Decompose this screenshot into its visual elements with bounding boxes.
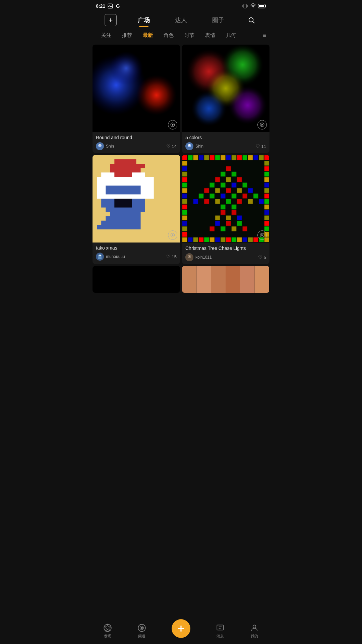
avatar-img-1 — [96, 142, 104, 150]
card-round-and-round[interactable]: Round and round Shin ♡ — [93, 45, 180, 153]
animate-badge-1 — [168, 120, 177, 129]
card-5-colors[interactable]: 5 colors Shin ♡ — [182, 45, 269, 153]
card-meta-1: Shin ♡ 14 — [96, 142, 177, 150]
top-nav: 广场 达人 圈子 — [90, 12, 272, 28]
card-author-2: Shin — [185, 142, 203, 150]
svg-point-12 — [249, 18, 253, 22]
card-title-1: Round and round — [96, 135, 177, 140]
filter-bar: 关注 推荐 最新 角色 时节 表情 几何 ≡ — [90, 28, 272, 43]
author-name-4: koln1011 — [195, 255, 212, 260]
svg-rect-9 — [265, 5, 266, 7]
card-author-3: munouuuu — [96, 253, 125, 261]
svg-rect-8 — [259, 5, 264, 7]
status-icons — [242, 3, 266, 9]
search-icon — [248, 16, 255, 24]
add-content-button[interactable] — [105, 14, 117, 26]
svg-rect-32 — [98, 257, 102, 259]
svg-point-26 — [189, 145, 189, 146]
google-icon: G — [115, 3, 122, 9]
card-likes-4: ♡ 5 — [258, 255, 266, 260]
animate-badge-3 — [168, 230, 177, 240]
heart-icon-4: ♡ — [258, 255, 262, 260]
card-image-4 — [182, 155, 269, 243]
card-title-4: Christmas Tree Chase Lights — [185, 245, 266, 251]
svg-point-27 — [190, 145, 190, 146]
like-count-1: 14 — [172, 144, 177, 149]
filter-shijie[interactable]: 时节 — [179, 31, 200, 40]
play-circle-icon-2 — [260, 122, 264, 127]
partial-image-left — [93, 266, 180, 293]
animate-badge-2 — [257, 120, 267, 129]
filter-biaoqing[interactable]: 表情 — [200, 31, 221, 40]
wifi-icon — [250, 3, 256, 9]
svg-rect-0 — [108, 4, 113, 8]
svg-point-40 — [188, 256, 189, 257]
svg-text:G: G — [116, 3, 120, 9]
author-name-2: Shin — [195, 144, 203, 149]
svg-line-13 — [253, 21, 254, 23]
svg-point-6 — [253, 7, 253, 8]
heart-icon-3: ♡ — [166, 254, 171, 259]
card-meta-2: Shin ♡ 11 — [185, 142, 266, 150]
content-grid: Round and round Shin ♡ — [90, 43, 272, 266]
avatar-shin-2 — [185, 142, 193, 150]
status-time: 6:21 G — [96, 3, 122, 9]
card-likes-3: ♡ 15 — [166, 254, 177, 259]
svg-marker-36 — [262, 234, 263, 236]
partial-card-right[interactable] — [182, 266, 269, 293]
tab-guangchang[interactable]: 广场 — [134, 13, 154, 27]
svg-point-33 — [99, 255, 100, 256]
heart-icon-2: ♡ — [256, 144, 260, 149]
vibrate-icon — [242, 3, 248, 9]
status-bar: 6:21 G — [90, 0, 272, 12]
card-image-2 — [182, 45, 269, 132]
card-author-4: koln1011 — [185, 253, 212, 261]
heart-icon-1: ♡ — [166, 144, 171, 149]
filter-jihe[interactable]: 几何 — [221, 31, 241, 40]
svg-point-20 — [100, 145, 101, 146]
card-info-1: Round and round Shin ♡ — [93, 132, 180, 153]
svg-marker-22 — [262, 124, 263, 126]
filter-juese[interactable]: 角色 — [158, 31, 179, 40]
filter-menu-button[interactable]: ≡ — [262, 32, 266, 39]
play-circle-icon-3 — [170, 233, 175, 237]
partial-image-right — [182, 266, 269, 293]
tab-quanzi[interactable]: 圈子 — [208, 13, 228, 27]
card-christmas-tree[interactable]: Christmas Tree Chase Lights koln1011 — [182, 155, 269, 264]
svg-point-41 — [190, 256, 190, 257]
card-likes-1: ♡ 14 — [166, 144, 177, 149]
card-tako-xmas[interactable]: tako xmas munouuuu ♡ — [93, 155, 180, 264]
filter-zuixin[interactable]: 最新 — [137, 31, 158, 40]
filter-tuijian[interactable]: 推荐 — [117, 31, 137, 40]
card-author-1: Shin — [96, 142, 114, 150]
partial-card-left[interactable] — [93, 266, 180, 293]
author-name-3: munouuuu — [106, 254, 125, 259]
svg-point-1 — [109, 5, 110, 5]
like-count-4: 5 — [264, 255, 266, 260]
avatar-img-4 — [185, 253, 193, 261]
avatar-koln — [185, 253, 193, 261]
svg-rect-3 — [244, 4, 246, 8]
author-name-1: Shin — [106, 144, 114, 149]
add-icon — [108, 17, 114, 23]
search-button[interactable] — [245, 14, 257, 26]
like-count-3: 15 — [172, 254, 177, 259]
svg-marker-29 — [172, 234, 174, 236]
tab-daren[interactable]: 达人 — [171, 13, 191, 27]
card-meta-3: munouuuu ♡ 15 — [96, 253, 177, 261]
filter-guanzhu[interactable]: 关注 — [96, 31, 117, 40]
animate-badge-4 — [257, 230, 267, 240]
svg-point-31 — [98, 254, 102, 258]
like-count-2: 11 — [261, 144, 266, 149]
gallery-icon — [107, 3, 113, 9]
card-title-3: tako xmas — [96, 245, 177, 251]
svg-marker-15 — [172, 124, 174, 126]
card-image-1 — [93, 45, 180, 132]
svg-point-19 — [99, 145, 100, 146]
card-info-2: 5 colors Shin ♡ — [182, 132, 269, 153]
avatar-img-2 — [185, 142, 193, 150]
card-meta-4: koln1011 ♡ 5 — [185, 253, 266, 261]
avatar-shin-1 — [96, 142, 104, 150]
card-likes-2: ♡ 11 — [256, 144, 266, 149]
avatar-img-3 — [96, 253, 104, 261]
